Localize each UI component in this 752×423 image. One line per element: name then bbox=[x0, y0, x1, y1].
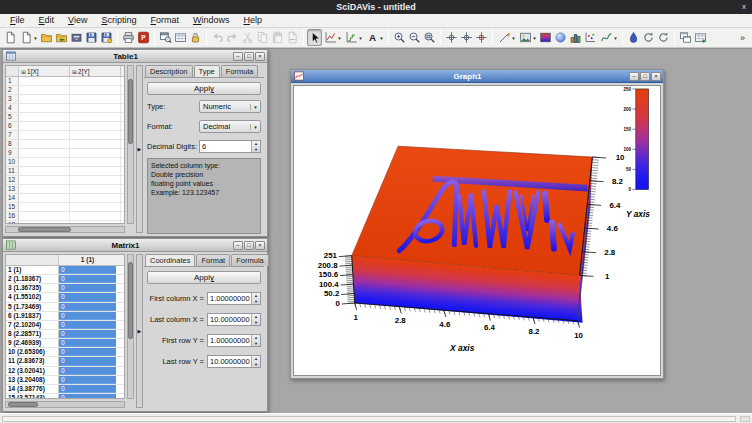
table-cell[interactable] bbox=[19, 86, 70, 94]
menu-scripting[interactable]: Scripting bbox=[94, 14, 143, 27]
row-number[interactable]: 12 bbox=[6, 176, 19, 184]
table1-close-button[interactable]: × bbox=[255, 52, 265, 61]
matrix-cell[interactable]: 0 bbox=[59, 275, 116, 283]
table1-grid[interactable]: ⊞1[X]⊞2[Y]1234567891011121314151617 bbox=[5, 65, 125, 224]
graph1-canvas[interactable]: 050.2100.4150.6200.825112.84.66.48.210X … bbox=[293, 85, 661, 376]
matrix-row-label[interactable]: 11 (2.83673) bbox=[6, 357, 59, 365]
table1-decimal-digits-spinbox[interactable]: 6▲▼ bbox=[199, 140, 261, 153]
spin-down-icon[interactable]: ▼ bbox=[252, 299, 260, 305]
table-cell[interactable] bbox=[19, 77, 70, 85]
table-cell[interactable] bbox=[19, 176, 70, 184]
row-number[interactable]: 2 bbox=[6, 86, 19, 94]
plot-3d-scatter-button[interactable] bbox=[583, 29, 598, 46]
spin-buttons[interactable]: ▲▼ bbox=[251, 356, 260, 367]
surface-plot-3d[interactable]: 050.2100.4150.6200.825112.84.66.48.210X … bbox=[294, 86, 660, 375]
plot-3d-bars-button[interactable] bbox=[568, 29, 583, 46]
lock-toolbars-button[interactable] bbox=[188, 29, 203, 46]
row-number[interactable]: 13 bbox=[6, 185, 19, 193]
table-cell[interactable] bbox=[19, 185, 70, 193]
matrix1-hscroll-thumb[interactable] bbox=[8, 402, 38, 407]
table-cell[interactable] bbox=[70, 176, 121, 184]
spin-down-icon[interactable]: ▼ bbox=[252, 341, 260, 347]
matrix1-first-row-y-spinbox[interactable]: 1.00000000▲▼ bbox=[207, 334, 261, 347]
matrix1-last-row-y-spinbox[interactable]: 10.0000000▲▼ bbox=[207, 355, 261, 368]
table-cell[interactable] bbox=[19, 167, 70, 175]
table-cell[interactable] bbox=[70, 131, 121, 139]
graph1-title-bar[interactable]: Graph1 −□× bbox=[291, 70, 663, 83]
spin-buttons[interactable]: ▲▼ bbox=[251, 314, 260, 325]
clear-selection-button[interactable] bbox=[285, 29, 300, 46]
row-number[interactable]: 5 bbox=[6, 113, 19, 121]
matrix-cell[interactable]: 0 bbox=[59, 385, 116, 393]
table1-minimize-button[interactable]: − bbox=[233, 52, 243, 61]
graph1-maximize-button[interactable]: □ bbox=[640, 72, 650, 81]
add-column-button[interactable] bbox=[693, 29, 708, 46]
spin-buttons[interactable]: ▲▼ bbox=[251, 293, 260, 304]
redo-button[interactable] bbox=[225, 29, 240, 46]
matrix1-panel-expander[interactable]: ▶ bbox=[136, 254, 143, 408]
menu-windows[interactable]: Windows bbox=[186, 14, 237, 27]
table1-type-select[interactable]: Numeric▾ bbox=[199, 100, 261, 113]
matrix-row-label[interactable]: 10 (2.65306) bbox=[6, 348, 59, 356]
zoom-in-button[interactable] bbox=[392, 29, 407, 46]
toolbar-overflow-button[interactable]: » bbox=[740, 33, 745, 43]
add-image-button[interactable]: ▾ bbox=[517, 29, 538, 46]
matrix-cell[interactable]: 0 bbox=[59, 312, 116, 320]
row-number[interactable]: 1 bbox=[6, 77, 19, 85]
matrix1-vscroll-thumb[interactable] bbox=[128, 262, 133, 339]
table1-tab-formula[interactable]: Formula bbox=[221, 65, 259, 77]
matrix1-tab-formula[interactable]: Formula bbox=[231, 254, 269, 266]
row-number[interactable]: 16 bbox=[6, 212, 19, 220]
row-number[interactable]: 15 bbox=[6, 203, 19, 211]
rotate-tool-ccw-button[interactable] bbox=[656, 29, 671, 46]
table-cell[interactable] bbox=[19, 149, 70, 157]
save-project-button[interactable] bbox=[84, 29, 99, 46]
matrix1-horizontal-scrollbar[interactable] bbox=[5, 401, 125, 408]
table1-vertical-scrollbar[interactable] bbox=[127, 65, 134, 224]
table-cell[interactable] bbox=[19, 221, 70, 224]
matrix-cell[interactable]: 0 bbox=[59, 357, 116, 365]
cut-selection-button[interactable] bbox=[240, 29, 255, 46]
matrix-cell[interactable]: 0 bbox=[59, 367, 116, 375]
menu-view[interactable]: View bbox=[61, 14, 94, 27]
table-cell[interactable] bbox=[19, 212, 70, 220]
plot-statistics-button[interactable]: ▾ bbox=[343, 29, 364, 46]
row-number[interactable]: 3 bbox=[6, 95, 19, 103]
table-cell[interactable] bbox=[19, 203, 70, 211]
row-number[interactable]: 9 bbox=[6, 149, 19, 157]
matrix1-grid[interactable]: 1 (1)1 (1)02 (1.18367)03 (1.36735)04 (1.… bbox=[5, 254, 125, 399]
table-cell[interactable] bbox=[70, 104, 121, 112]
matrix-row-label[interactable]: 5 (1.73469) bbox=[6, 303, 59, 311]
copy-selection-button[interactable] bbox=[255, 29, 270, 46]
print-button[interactable] bbox=[121, 29, 136, 46]
table-cell[interactable] bbox=[70, 194, 121, 202]
table1-tab-type[interactable]: Type bbox=[194, 65, 220, 77]
table-cell[interactable] bbox=[70, 113, 121, 121]
main-close-button[interactable]: x bbox=[742, 0, 746, 14]
row-number[interactable]: 7 bbox=[6, 131, 19, 139]
matrix1-close-button[interactable]: × bbox=[255, 241, 265, 250]
matrix1-tab-coordinates[interactable]: Coordinates bbox=[145, 254, 195, 266]
table-cell[interactable] bbox=[19, 113, 70, 121]
graph1-close-button[interactable]: × bbox=[651, 72, 661, 81]
table1-horizontal-scrollbar[interactable] bbox=[5, 226, 125, 233]
table1-tab-description[interactable]: Description bbox=[145, 65, 193, 77]
spin-down-icon[interactable]: ▼ bbox=[252, 320, 260, 326]
matrix-row-label[interactable]: 9 (2.46939) bbox=[6, 339, 59, 347]
table-cell[interactable] bbox=[70, 158, 121, 166]
save-as-template-button[interactable] bbox=[99, 29, 114, 46]
paste-selection-button[interactable] bbox=[270, 29, 285, 46]
table1-panel-expander[interactable]: ▶ bbox=[136, 65, 143, 233]
matrix1-vertical-scrollbar[interactable] bbox=[127, 254, 134, 399]
table-cell[interactable] bbox=[19, 131, 70, 139]
row-number[interactable]: 10 bbox=[6, 158, 19, 166]
resize-grip[interactable] bbox=[740, 416, 750, 422]
matrix-cell[interactable]: 0 bbox=[59, 293, 116, 301]
row-number[interactable]: 17 bbox=[6, 221, 19, 224]
table-cell[interactable] bbox=[70, 86, 121, 94]
plot-3d-curves-button[interactable]: ▾ bbox=[598, 29, 619, 46]
data-reader-button[interactable] bbox=[459, 29, 474, 46]
graph1-minimize-button[interactable]: − bbox=[629, 72, 639, 81]
arrange-windows-button[interactable] bbox=[678, 29, 693, 46]
open-project-button[interactable] bbox=[39, 29, 54, 46]
